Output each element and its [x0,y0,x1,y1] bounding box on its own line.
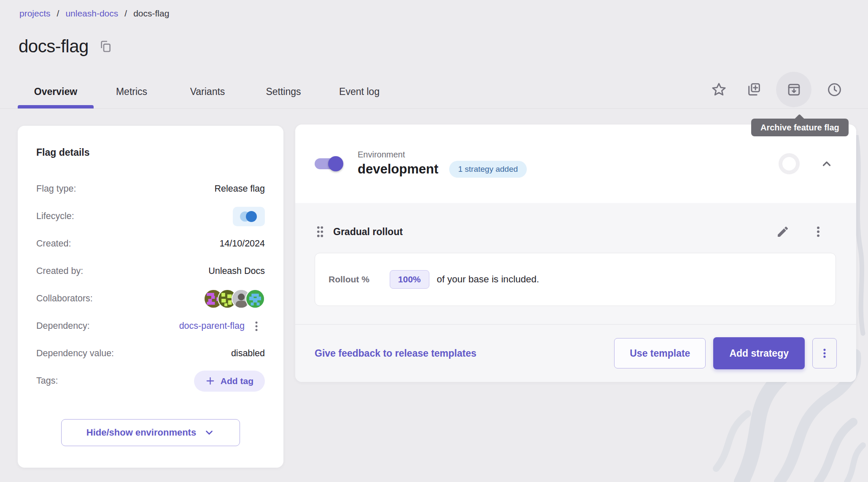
breadcrumb-current: docs-flag [133,8,169,19]
collaborators-label: Collaborators: [36,293,93,304]
chevron-up-icon [820,157,833,170]
copy-flag-name-button[interactable] [99,40,112,53]
environment-toggle[interactable] [315,158,342,169]
breadcrumb-separator: / [57,8,59,19]
tab-settings[interactable]: Settings [245,75,321,108]
breadcrumb-link-projects[interactable]: projects [19,8,51,19]
tab-overview[interactable]: Overview [18,75,94,108]
lifecycle-stage-chip[interactable] [233,207,265,226]
flag-type-value: Release flag [214,184,265,194]
created-row: Created: 14/10/2024 [36,230,265,257]
flag-details-title: Flag details [36,126,265,158]
edit-strategy-button[interactable] [774,222,791,241]
created-value: 14/10/2024 [219,238,265,249]
created-by-row: Created by: Unleash Docs [36,257,265,285]
dependency-value: disabled [231,348,265,359]
environment-name: development [358,162,438,177]
copy-plus-icon [746,82,761,97]
lifecycle-stage-icon-active [246,211,257,222]
kebab-icon [250,320,263,333]
flag-toolbar [707,72,846,107]
plus-icon [205,376,215,386]
copy-feature-flag-button[interactable] [741,78,765,101]
strategy-header: Gradual rollout [315,222,836,242]
toggle-thumb [328,156,343,171]
dependency-value-row: Dependency value: disabled [36,340,265,367]
dependency-menu-button[interactable] [248,317,265,336]
breadcrumb-separator: / [124,8,127,19]
rollout-label: Rollout % [329,274,369,284]
dependency-row: Dependency: docs-parent-flag [36,312,265,340]
breadcrumb-link-project[interactable]: unleash-docs [65,8,118,19]
lifecycle-row: Lifecycle: [36,203,265,230]
environment-menu-button[interactable] [812,338,837,368]
use-template-button[interactable]: Use template [614,338,706,368]
page-title: docs-flag [19,36,89,57]
kebab-icon [811,225,825,238]
environment-label: Environment [358,150,527,160]
tags-label: Tags: [36,376,58,386]
hide-show-environments-button[interactable]: Hide/show environments [61,419,240,446]
archive-icon [786,82,802,97]
flag-type-label: Flag type: [36,184,76,194]
flag-details-rows: Flag type: Release flag Lifecycle: Creat… [36,175,265,395]
strategy-menu-button[interactable] [810,222,827,241]
tab-variants[interactable]: Variants [170,75,245,108]
environment-footer: Give feedback to release templates Use t… [295,324,856,382]
add-tag-label: Add tag [221,376,253,386]
lifecycle-label: Lifecycle: [36,211,74,222]
collaborator-avatars [204,289,265,309]
strategy-drag-handle[interactable] [312,222,328,242]
environment-panel: Environment development 1 strategy added… [295,125,856,382]
star-icon [711,82,727,97]
tab-metrics[interactable]: Metrics [94,75,170,108]
drag-dots-icon [313,223,327,240]
tabs-divider [0,108,868,109]
favorite-button[interactable] [707,78,731,101]
page-title-row: docs-flag [19,36,112,57]
kebab-icon [819,347,830,359]
dependency-link[interactable]: docs-parent-flag [179,321,245,331]
flag-details-card: Flag details Flag type: Release flag Lif… [18,126,283,468]
avatar [245,289,265,309]
flag-type-row: Flag type: Release flag [36,175,265,203]
hide-show-environments-label: Hide/show environments [86,427,196,438]
pencil-icon [776,225,790,238]
clock-icon [827,82,842,97]
strategy-section: Gradual rollout Rollout % 100% of your b… [295,203,856,306]
rollout-summary-box: Rollout % 100% of your base is included. [315,253,836,306]
chevron-down-icon [204,427,215,438]
created-by-label: Created by: [36,266,83,276]
breadcrumb: projects / unleash-docs / docs-flag [19,8,169,19]
tab-event-log[interactable]: Event log [321,75,397,108]
tags-row: Tags: Add tag [36,367,265,395]
release-templates-feedback-link[interactable]: Give feedback to release templates [315,348,477,359]
archive-tooltip: Archive feature flag [751,119,849,136]
active-tab-indicator [18,105,94,108]
add-tag-button[interactable]: Add tag [194,371,265,392]
strategy-count-badge: 1 strategy added [449,161,527,178]
dependency-value-label: Dependency value: [36,348,114,359]
rollout-description: of your base is included. [437,274,539,285]
created-by-value: Unleash Docs [208,266,265,276]
copy-icon [99,40,112,53]
tab-bar: Overview Metrics Variants Settings Event… [18,75,397,108]
rollout-value-badge: 100% [390,270,429,289]
add-strategy-button[interactable]: Add strategy [713,337,805,369]
metrics-ring [779,153,800,174]
event-history-button[interactable] [822,78,846,101]
archive-feature-flag-button[interactable] [776,72,811,107]
strategy-title: Gradual rollout [333,226,403,238]
collapse-environment-button[interactable] [817,154,836,173]
dependency-label: Dependency: [36,321,90,331]
collaborators-row: Collaborators: [36,285,265,312]
created-label: Created: [36,238,71,249]
